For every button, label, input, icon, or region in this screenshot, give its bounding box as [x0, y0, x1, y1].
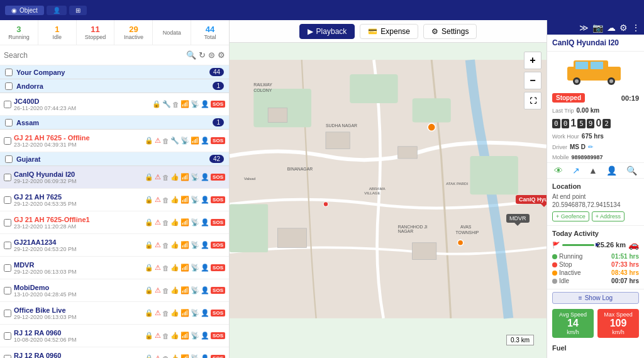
delete-icon[interactable]: 🗑	[162, 219, 169, 227]
lock-icon[interactable]: 🔒	[145, 218, 153, 227]
sos-badge: SOS	[211, 174, 225, 181]
vehicle-item-jc400d[interactable]: JC400D 26-11-2020 07:44:23 AM 🔒 🔧 🗑 📶 📡 …	[0, 93, 229, 116]
caniq-vehicle-marker[interactable]: CanIQ Hyundai I20	[516, 195, 547, 204]
lock-icon[interactable]: 🔒	[145, 137, 153, 145]
lock-icon[interactable]: 🔒	[145, 196, 153, 204]
tools-icon[interactable]: 🔧	[162, 100, 171, 108]
vehicle-checkbox-gj21aa1234[interactable]	[4, 242, 11, 249]
vehicle-item-gj21aa1234[interactable]: GJ21AA1234 29-12-2020 04:53:20 PM 🔒 ⚠ 🗑 …	[0, 234, 229, 257]
tab-group[interactable]: 👤	[47, 6, 67, 15]
map-controls: + − ⛶	[524, 52, 541, 109]
group-gujarat[interactable]: Gujarat 42	[0, 152, 229, 166]
search-detail-icon[interactable]: 🔍	[626, 165, 637, 176]
delete-icon[interactable]: 🗑	[162, 310, 169, 317]
search-input[interactable]	[4, 51, 184, 60]
svg-rect-2	[350, 74, 397, 103]
delete-icon[interactable]: 🗑	[162, 332, 169, 340]
cloud-button[interactable]: ☁	[607, 23, 616, 33]
group-checkbox-gujarat[interactable]	[5, 155, 13, 163]
delete-icon[interactable]: 🗑	[162, 137, 169, 145]
sos-badge: SOS	[211, 219, 225, 226]
settings-panel-button[interactable]: ⚙	[619, 23, 628, 33]
filter-button[interactable]: ⊜	[208, 50, 215, 60]
edit-icon[interactable]: ✏	[588, 143, 593, 150]
group-checkbox-assam[interactable]	[5, 119, 13, 126]
share-icon[interactable]: ↗	[572, 165, 580, 176]
delete-icon[interactable]: 🗑	[172, 101, 179, 108]
vehicle-item-gj21ah7625-offline1[interactable]: GJ 21 AH 7625-Offline1 23-12-2020 11:20:…	[0, 211, 229, 234]
vehicle-checkbox-mobidemo[interactable]	[4, 287, 11, 294]
zoom-out-button[interactable]: −	[524, 72, 541, 89]
lock-icon[interactable]: 🔒	[145, 264, 153, 272]
distance-line	[562, 244, 594, 246]
camera-button[interactable]: 📷	[592, 23, 603, 33]
fullscreen-button[interactable]: ⛶	[524, 92, 541, 109]
activity-inactive: Inactive 08:43 hrs	[552, 269, 639, 277]
search-bar: 🔍 ↻ ⊜ ⚙	[0, 45, 229, 65]
vehicle-checkbox-jc400d[interactable]	[4, 101, 11, 108]
refresh-button[interactable]: ↻	[199, 50, 206, 60]
lock-icon[interactable]: 🔒	[145, 173, 153, 181]
vehicle-item-rj12ra0960[interactable]: RJ 12 RA 0960 10-08-2020 04:52:06 PM 🔒 ⚠…	[0, 325, 229, 347]
vehicle-checkbox-gj21ah7625-2[interactable]	[4, 196, 11, 204]
playback-button[interactable]: ▶ Playback	[299, 24, 355, 39]
delete-icon[interactable]: 🗑	[162, 242, 169, 249]
tab-grid[interactable]: ⊞	[69, 6, 87, 15]
vehicle-item-assam[interactable]: GJ 21 AH 7625 - Offline 23-12-2020 04:39…	[0, 130, 229, 152]
delete-icon[interactable]: 🗑	[162, 196, 169, 204]
group-your-company[interactable]: Your Company 44	[0, 65, 229, 79]
show-log-button[interactable]: ≡ Show Log	[552, 292, 639, 304]
vehicle-item-mobidemo[interactable]: MobiDemo 13-10-2020 04:28:45 PM 🔒 ⚠ 🗑 👍 …	[0, 279, 229, 302]
group-checkbox-andorra[interactable]	[5, 82, 13, 90]
delete-icon[interactable]: 🗑	[162, 355, 169, 359]
geofence-button[interactable]: + Geofence	[552, 211, 589, 221]
vehicle-item-caniq-i20[interactable]: CanIQ Hyundai I20 29-12-2020 06:09:32 PM…	[0, 166, 229, 189]
fuel-section: Fuel	[547, 340, 644, 358]
vehicle-checkbox-office-bike-live[interactable]	[4, 310, 11, 317]
group-andorra[interactable]: Andorra 1	[0, 79, 229, 93]
vehicle-item-office-bike-live[interactable]: Office Bike Live 29-12-2020 06:13:03 PM …	[0, 302, 229, 325]
tab-object[interactable]: ◉ Object	[5, 6, 44, 15]
vehicle-checkbox-assam[interactable]	[4, 137, 11, 145]
vehicle-checkbox-rj12ra0960[interactable]	[4, 332, 11, 340]
lock-icon[interactable]: 🔒	[145, 332, 153, 340]
svg-text:RAILWAY: RAILWAY	[253, 82, 272, 87]
more-button[interactable]: ⋮	[631, 23, 640, 33]
search-button[interactable]: 🔍	[186, 50, 196, 60]
group-checkbox-your-company[interactable]	[5, 69, 13, 76]
group-assam[interactable]: Assam 1	[0, 116, 229, 130]
vehicle-checkbox-gj21ah7625-offline1[interactable]	[4, 219, 11, 227]
eye-icon[interactable]: 👁	[554, 165, 563, 176]
person-detail-icon[interactable]: 👤	[606, 165, 617, 176]
settings-map-button[interactable]: ⚙ Settings	[423, 24, 477, 39]
vehicle-item-mdvr[interactable]: MDVR 29-12-2020 06:13:03 PM 🔒 ⚠ 🗑 👍 📶 📡 …	[0, 257, 229, 279]
vehicle-checkbox-mdvr[interactable]	[4, 264, 11, 272]
zoom-in-button[interactable]: +	[524, 52, 541, 69]
lock-icon[interactable]: 🔒	[145, 309, 153, 317]
lock-icon[interactable]: 🔒	[145, 286, 153, 294]
address-button[interactable]: + Address	[592, 211, 625, 221]
expand-panel-button[interactable]: ≫	[579, 23, 589, 33]
delete-icon[interactable]: 🗑	[162, 174, 169, 181]
lock-icon[interactable]: 🔒	[145, 354, 153, 358]
delete-icon[interactable]: 🗑	[162, 287, 169, 294]
navigate-icon[interactable]: ▲	[589, 165, 597, 176]
person-icon: 👤	[201, 100, 209, 108]
vehicle-checkbox-caniq-i20[interactable]	[4, 174, 11, 181]
person-icon: 👤	[201, 332, 209, 340]
svg-text:SUDHA NAGAR: SUDHA NAGAR	[326, 123, 357, 128]
delete-icon[interactable]: 🗑	[162, 264, 169, 272]
object-icon: ◉	[11, 7, 17, 14]
mdvr-vehicle-marker[interactable]: MDVR	[506, 214, 530, 223]
thumb-icon: 👍	[170, 309, 179, 317]
vehicle-item-rj12ra0960b[interactable]: RJ 12 RA 0960 29-12-2020 06:12:11 PM 🔒 ⚠…	[0, 347, 229, 358]
lock-icon[interactable]: 🔒	[152, 100, 161, 108]
lock-icon[interactable]: 🔒	[145, 241, 153, 249]
wrench-icon[interactable]: 🔧	[170, 137, 179, 145]
vehicle-item-gj21ah7625-2[interactable]: GJ 21 AH 7625 29-12-2020 04:53:35 PM 🔒 ⚠…	[0, 189, 229, 211]
stop-time: 07:33 hrs	[611, 261, 639, 268]
settings-button[interactable]: ⚙	[218, 50, 225, 60]
map-scale: 0.3 km	[506, 335, 534, 345]
vehicle-checkbox-rj12ra0960b[interactable]	[4, 355, 11, 359]
expense-button[interactable]: 💳 Expense	[360, 24, 418, 39]
